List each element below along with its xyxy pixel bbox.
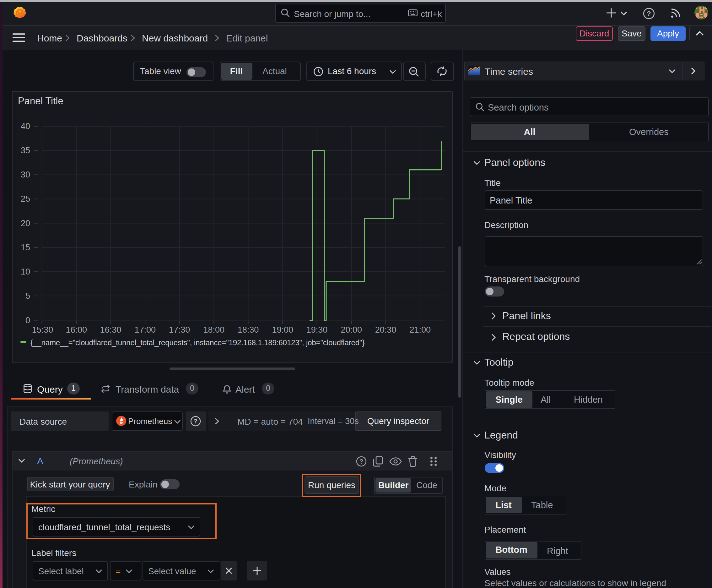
svg-text:?: ?	[360, 458, 363, 465]
svg-text:Panel Title: Panel Title	[18, 95, 63, 106]
svg-text:17:30: 17:30	[169, 325, 190, 334]
svg-text:25: 25	[20, 194, 30, 204]
svg-text:19:00: 19:00	[272, 325, 293, 334]
svg-text:20:00: 20:00	[340, 325, 362, 334]
svg-text:20: 20	[20, 218, 30, 228]
svg-text:40: 40	[20, 121, 30, 131]
svg-text:18:30: 18:30	[237, 325, 259, 334]
svg-text:5: 5	[25, 291, 30, 300]
svg-text:?: ?	[194, 418, 197, 425]
svg-text:21:00: 21:00	[409, 325, 430, 334]
svg-text:19:30: 19:30	[306, 325, 327, 334]
svg-text:?: ?	[647, 10, 651, 18]
svg-text:15:30: 15:30	[32, 325, 53, 334]
svg-text:15: 15	[20, 243, 30, 252]
svg-text:16:00: 16:00	[65, 325, 87, 334]
svg-text:20:30: 20:30	[375, 325, 396, 334]
svg-text:17:00: 17:00	[134, 325, 155, 334]
svg-text:10: 10	[20, 267, 30, 276]
svg-text:30: 30	[20, 170, 30, 180]
svg-text:16:30: 16:30	[100, 325, 121, 334]
svg-text:35: 35	[20, 146, 30, 155]
svg-text:0: 0	[25, 315, 30, 325]
svg-text:{__name__="cloudflared_tunnel_: {__name__="cloudflared_tunnel_total_requ…	[30, 338, 364, 346]
svg-text:18:00: 18:00	[203, 325, 224, 334]
